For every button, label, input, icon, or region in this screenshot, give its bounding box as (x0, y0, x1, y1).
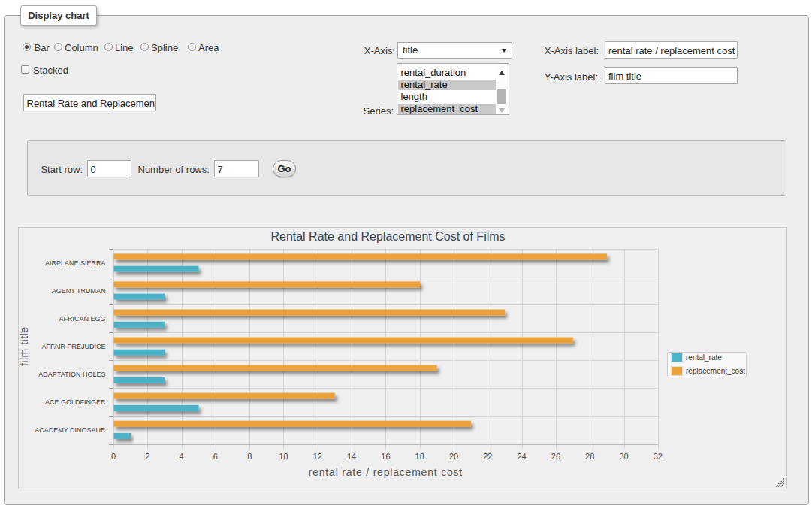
svg-text:rental rate / replacement cost: rental rate / replacement cost (309, 466, 463, 478)
svg-text:Rental Rate and Replacement Co: Rental Rate and Replacement Cost of Film… (270, 230, 505, 243)
svg-text:AGENT TRUMAN: AGENT TRUMAN (52, 287, 106, 295)
svg-text:AIRPLANE SIERRA: AIRPLANE SIERRA (45, 259, 106, 267)
svg-text:12: 12 (313, 452, 322, 461)
svg-text:rental_rate: rental_rate (686, 353, 722, 362)
svg-text:AFFAIR PREJUDICE: AFFAIR PREJUDICE (41, 343, 105, 350)
svg-text:ACADEMY DINOSAUR: ACADEMY DINOSAUR (35, 426, 106, 434)
svg-text:ADAPTATION HOLES: ADAPTATION HOLES (38, 371, 105, 378)
svg-text:28: 28 (585, 452, 594, 461)
svg-text:22: 22 (483, 452, 492, 461)
svg-text:16: 16 (381, 452, 390, 461)
svg-text:film title: film title (19, 327, 30, 366)
svg-text:10: 10 (279, 452, 288, 461)
svg-text:8: 8 (247, 452, 252, 461)
svg-text:24: 24 (517, 452, 526, 461)
svg-text:18: 18 (415, 452, 424, 461)
svg-text:0: 0 (111, 452, 116, 461)
svg-text:AFRICAN EGG: AFRICAN EGG (59, 315, 105, 323)
svg-text:30: 30 (619, 452, 628, 461)
svg-text:2: 2 (145, 452, 149, 461)
svg-text:32: 32 (654, 452, 663, 461)
svg-text:14: 14 (347, 452, 356, 461)
svg-text:6: 6 (213, 452, 218, 461)
svg-text:4: 4 (180, 452, 184, 461)
svg-text:26: 26 (551, 452, 560, 461)
svg-text:ACE GOLDFINGER: ACE GOLDFINGER (45, 398, 106, 406)
svg-text:20: 20 (449, 452, 458, 461)
svg-text:replacement_cost: replacement_cost (686, 367, 745, 375)
